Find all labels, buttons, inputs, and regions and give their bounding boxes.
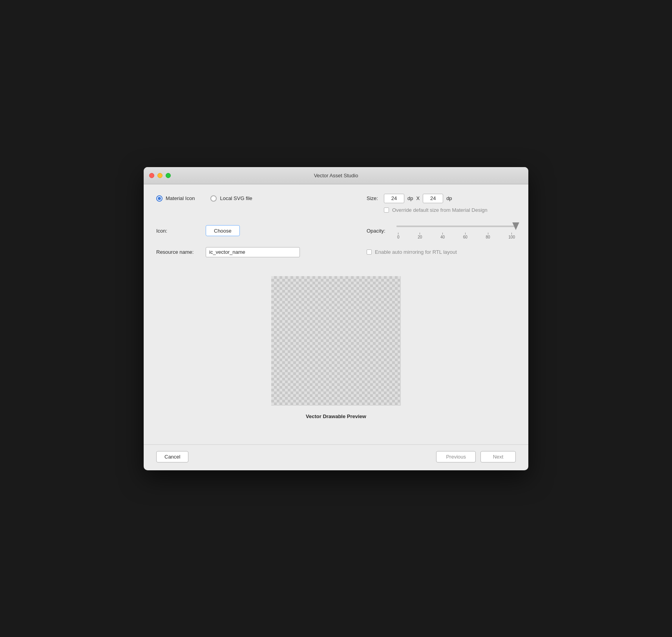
tick-label-100: 100 xyxy=(508,235,515,239)
window-title: Vector Asset Studio xyxy=(314,173,358,178)
slider-fill xyxy=(396,226,516,227)
override-row: Override default size from Material Desi… xyxy=(367,207,516,213)
tick-mark-40 xyxy=(442,233,443,235)
tick-mark-80 xyxy=(488,233,488,235)
preview-label: Vector Drawable Preview xyxy=(306,413,366,419)
tick-60: 60 xyxy=(463,233,467,239)
opacity-slider-track[interactable] xyxy=(396,222,516,230)
size-label: Size: xyxy=(367,195,381,201)
slider-background xyxy=(396,226,516,227)
tick-mark-100 xyxy=(511,233,512,235)
previous-button[interactable]: Previous xyxy=(436,451,476,462)
rtl-row: Enable auto mirroring for RTL layout xyxy=(367,249,516,255)
opacity-label: Opacity: xyxy=(367,228,390,234)
slider-ticks: 0 20 40 60 xyxy=(396,232,516,239)
material-icon-radio[interactable] xyxy=(156,195,163,202)
rtl-checkbox[interactable] xyxy=(367,249,372,255)
tick-20: 20 xyxy=(418,233,422,239)
cancel-button[interactable]: Cancel xyxy=(156,451,188,462)
x-separator: X xyxy=(416,195,420,201)
dp-label-1: dp xyxy=(407,195,413,201)
opacity-row: Opacity: 0 xyxy=(367,222,516,239)
middle-section: Icon: Choose Opacity: 0 xyxy=(156,222,516,239)
tick-label-80: 80 xyxy=(486,235,490,239)
resource-name-input[interactable] xyxy=(206,247,300,257)
size-row: Size: dp X dp xyxy=(367,194,516,203)
rtl-label: Enable auto mirroring for RTL layout xyxy=(375,249,457,255)
tick-label-60: 60 xyxy=(463,235,467,239)
tick-label-0: 0 xyxy=(397,235,400,239)
top-section: Material Icon Local SVG file Size: dp X … xyxy=(156,194,516,213)
icon-field-label: Icon: xyxy=(156,228,199,234)
material-icon-option[interactable]: Material Icon xyxy=(156,195,195,202)
right-controls: Size: dp X dp Override default size from… xyxy=(367,194,516,213)
tick-label-20: 20 xyxy=(418,235,422,239)
tick-mark-20 xyxy=(420,233,420,235)
resource-name-label: Resource name: xyxy=(156,249,199,255)
icon-row: Icon: Choose xyxy=(156,225,240,236)
width-input[interactable] xyxy=(384,194,404,203)
close-button[interactable] xyxy=(149,173,154,178)
next-button[interactable]: Next xyxy=(480,451,516,462)
maximize-button[interactable] xyxy=(166,173,171,178)
traffic-lights xyxy=(149,173,171,178)
height-input[interactable] xyxy=(423,194,443,203)
nav-buttons: Previous Next xyxy=(436,451,516,462)
minimize-button[interactable] xyxy=(157,173,163,178)
main-content: Material Icon Local SVG file Size: dp X … xyxy=(144,184,528,444)
opacity-slider-container: 0 20 40 60 xyxy=(396,222,516,239)
tick-mark-60 xyxy=(465,233,466,235)
tick-label-40: 40 xyxy=(440,235,445,239)
resource-row: Resource name: xyxy=(156,247,300,257)
tick-0: 0 xyxy=(397,233,400,239)
tick-mark-0 xyxy=(398,233,398,235)
choose-button[interactable]: Choose xyxy=(206,225,240,236)
vector-drawable-preview-canvas xyxy=(271,276,401,406)
override-label: Override default size from Material Desi… xyxy=(392,207,488,213)
resource-section: Resource name: Enable auto mirroring for… xyxy=(156,247,516,257)
local-svg-label: Local SVG file xyxy=(220,195,252,201)
local-svg-radio[interactable] xyxy=(210,195,217,202)
titlebar: Vector Asset Studio xyxy=(144,167,528,184)
material-icon-label: Material Icon xyxy=(166,195,195,201)
radio-group: Material Icon Local SVG file xyxy=(156,194,252,202)
bottom-bar: Cancel Previous Next xyxy=(144,444,528,470)
vector-asset-studio-window: Vector Asset Studio Material Icon Local … xyxy=(144,167,528,470)
tick-80: 80 xyxy=(486,233,490,239)
dp-label-2: dp xyxy=(446,195,452,201)
tick-100: 100 xyxy=(508,233,515,239)
tick-40: 40 xyxy=(440,233,445,239)
preview-area: Vector Drawable Preview xyxy=(156,268,516,435)
override-checkbox[interactable] xyxy=(384,207,389,213)
local-svg-option[interactable]: Local SVG file xyxy=(210,195,252,202)
